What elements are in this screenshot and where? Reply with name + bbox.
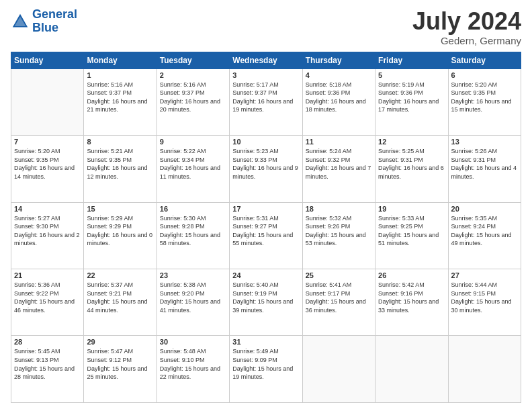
day-number: 4 [306, 71, 372, 79]
table-row: 31 Sunrise: 5:49 AMSunset: 9:09 PMDaylig… [230, 336, 302, 403]
col-tuesday: Tuesday [157, 52, 229, 68]
col-friday: Friday [375, 52, 448, 68]
table-row: 16 Sunrise: 5:30 AMSunset: 9:28 PMDaylig… [157, 202, 229, 269]
day-info: Sunrise: 5:42 AMSunset: 9:16 PMDaylight:… [378, 281, 445, 314]
table-row: 10 Sunrise: 5:23 AMSunset: 9:33 PMDaylig… [230, 136, 302, 202]
day-info: Sunrise: 5:49 AMSunset: 9:09 PMDaylight:… [232, 347, 299, 381]
day-info: Sunrise: 5:22 AMSunset: 9:34 PMDaylight:… [160, 147, 226, 181]
table-row: 14 Sunrise: 5:27 AMSunset: 9:30 PMDaylig… [11, 202, 84, 269]
day-info: Sunrise: 5:27 AMSunset: 9:30 PMDaylight:… [14, 214, 81, 248]
day-number: 19 [378, 205, 445, 213]
calendar-table: Sunday Monday Tuesday Wednesday Thursday… [11, 52, 521, 403]
table-row: 28 Sunrise: 5:45 AMSunset: 9:13 PMDaylig… [11, 336, 84, 403]
day-info: Sunrise: 5:37 AMSunset: 9:21 PMDaylight:… [87, 281, 153, 314]
table-row [11, 68, 84, 135]
logo-line2: Blue [32, 21, 58, 34]
day-info: Sunrise: 5:48 AMSunset: 9:10 PMDaylight:… [160, 347, 226, 381]
table-row: 19 Sunrise: 5:33 AMSunset: 9:25 PMDaylig… [375, 202, 448, 269]
day-info: Sunrise: 5:36 AMSunset: 9:22 PMDaylight:… [14, 281, 81, 314]
day-number: 24 [232, 271, 299, 279]
day-number: 6 [451, 71, 518, 79]
day-number: 12 [378, 138, 445, 146]
day-number: 16 [160, 205, 226, 213]
table-row: 5 Sunrise: 5:19 AMSunset: 9:36 PMDayligh… [375, 68, 448, 135]
day-number: 1 [87, 71, 153, 79]
calendar-week-row: 21 Sunrise: 5:36 AMSunset: 9:22 PMDaylig… [11, 269, 521, 336]
day-number: 10 [232, 138, 299, 146]
day-number: 15 [87, 205, 153, 213]
col-saturday: Saturday [448, 52, 521, 68]
table-row: 15 Sunrise: 5:29 AMSunset: 9:29 PMDaylig… [84, 202, 157, 269]
location-title: Gedern, Germany [412, 35, 521, 46]
table-row: 30 Sunrise: 5:48 AMSunset: 9:10 PMDaylig… [157, 336, 229, 403]
col-sunday: Sunday [11, 52, 84, 68]
page: General Blue July 2024 Gedern, Germany S… [0, 0, 532, 411]
day-number: 5 [378, 71, 445, 79]
day-number: 14 [14, 205, 81, 213]
logo: General Blue [11, 8, 77, 35]
day-number: 28 [14, 338, 81, 346]
calendar-week-row: 1 Sunrise: 5:16 AMSunset: 9:37 PMDayligh… [11, 68, 521, 135]
logo-text: General Blue [32, 8, 77, 35]
table-row: 7 Sunrise: 5:20 AMSunset: 9:35 PMDayligh… [11, 136, 84, 202]
day-info: Sunrise: 5:40 AMSunset: 9:19 PMDaylight:… [232, 281, 299, 314]
header: General Blue July 2024 Gedern, Germany [11, 8, 521, 46]
day-info: Sunrise: 5:19 AMSunset: 9:36 PMDaylight:… [378, 81, 445, 114]
day-number: 3 [232, 71, 299, 79]
table-row: 6 Sunrise: 5:20 AMSunset: 9:35 PMDayligh… [448, 68, 521, 135]
day-info: Sunrise: 5:29 AMSunset: 9:29 PMDaylight:… [87, 214, 153, 248]
day-number: 7 [14, 138, 81, 146]
day-number: 27 [451, 271, 518, 279]
day-number: 17 [232, 205, 299, 213]
title-block: July 2024 Gedern, Germany [412, 8, 521, 46]
day-info: Sunrise: 5:20 AMSunset: 9:35 PMDaylight:… [451, 81, 518, 114]
day-number: 21 [14, 271, 81, 279]
col-wednesday: Wednesday [230, 52, 302, 68]
table-row: 22 Sunrise: 5:37 AMSunset: 9:21 PMDaylig… [84, 269, 157, 336]
day-number: 31 [232, 338, 299, 346]
day-info: Sunrise: 5:16 AMSunset: 9:37 PMDaylight:… [87, 81, 153, 114]
day-info: Sunrise: 5:23 AMSunset: 9:33 PMDaylight:… [232, 147, 299, 181]
table-row: 20 Sunrise: 5:35 AMSunset: 9:24 PMDaylig… [448, 202, 521, 269]
day-info: Sunrise: 5:21 AMSunset: 9:35 PMDaylight:… [87, 147, 153, 181]
day-number: 23 [160, 271, 226, 279]
day-info: Sunrise: 5:33 AMSunset: 9:25 PMDaylight:… [378, 214, 445, 248]
table-row: 3 Sunrise: 5:17 AMSunset: 9:37 PMDayligh… [230, 68, 302, 135]
day-number: 18 [306, 205, 372, 213]
day-info: Sunrise: 5:47 AMSunset: 9:12 PMDaylight:… [87, 347, 153, 381]
day-info: Sunrise: 5:25 AMSunset: 9:31 PMDaylight:… [378, 147, 445, 181]
col-monday: Monday [84, 52, 157, 68]
day-number: 22 [87, 271, 153, 279]
day-number: 11 [306, 138, 372, 146]
table-row [448, 336, 521, 403]
table-row: 13 Sunrise: 5:26 AMSunset: 9:31 PMDaylig… [448, 136, 521, 202]
day-number: 2 [160, 71, 226, 79]
calendar-week-row: 7 Sunrise: 5:20 AMSunset: 9:35 PMDayligh… [11, 136, 521, 202]
table-row: 1 Sunrise: 5:16 AMSunset: 9:37 PMDayligh… [84, 68, 157, 135]
table-row: 9 Sunrise: 5:22 AMSunset: 9:34 PMDayligh… [157, 136, 229, 202]
day-info: Sunrise: 5:18 AMSunset: 9:36 PMDaylight:… [306, 81, 372, 114]
day-info: Sunrise: 5:35 AMSunset: 9:24 PMDaylight:… [451, 214, 518, 248]
day-number: 30 [160, 338, 226, 346]
day-number: 29 [87, 338, 153, 346]
table-row: 27 Sunrise: 5:44 AMSunset: 9:15 PMDaylig… [448, 269, 521, 336]
table-row: 21 Sunrise: 5:36 AMSunset: 9:22 PMDaylig… [11, 269, 84, 336]
table-row: 11 Sunrise: 5:24 AMSunset: 9:32 PMDaylig… [302, 136, 375, 202]
table-row [302, 336, 375, 403]
day-info: Sunrise: 5:17 AMSunset: 9:37 PMDaylight:… [232, 81, 299, 114]
table-row: 8 Sunrise: 5:21 AMSunset: 9:35 PMDayligh… [84, 136, 157, 202]
day-info: Sunrise: 5:38 AMSunset: 9:20 PMDaylight:… [160, 281, 226, 314]
day-info: Sunrise: 5:45 AMSunset: 9:13 PMDaylight:… [14, 347, 81, 381]
day-info: Sunrise: 5:20 AMSunset: 9:35 PMDaylight:… [14, 147, 81, 181]
table-row: 4 Sunrise: 5:18 AMSunset: 9:36 PMDayligh… [302, 68, 375, 135]
day-info: Sunrise: 5:30 AMSunset: 9:28 PMDaylight:… [160, 214, 226, 248]
day-info: Sunrise: 5:44 AMSunset: 9:15 PMDaylight:… [451, 281, 518, 314]
table-row: 29 Sunrise: 5:47 AMSunset: 9:12 PMDaylig… [84, 336, 157, 403]
day-info: Sunrise: 5:41 AMSunset: 9:17 PMDaylight:… [306, 281, 372, 314]
table-row: 25 Sunrise: 5:41 AMSunset: 9:17 PMDaylig… [302, 269, 375, 336]
logo-line1: General [32, 7, 77, 21]
table-row: 26 Sunrise: 5:42 AMSunset: 9:16 PMDaylig… [375, 269, 448, 336]
day-info: Sunrise: 5:26 AMSunset: 9:31 PMDaylight:… [451, 147, 518, 181]
day-number: 26 [378, 271, 445, 279]
calendar-header-row: Sunday Monday Tuesday Wednesday Thursday… [11, 52, 521, 68]
